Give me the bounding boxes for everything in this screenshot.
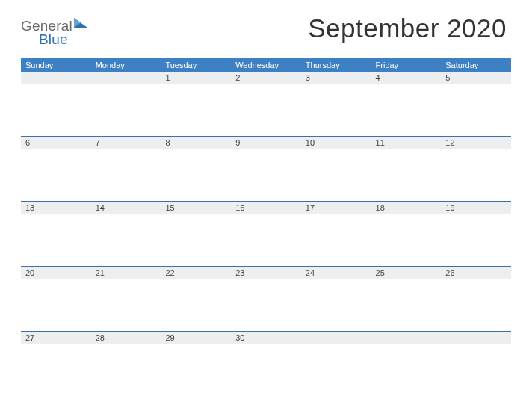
date-cell: 4 — [371, 72, 442, 84]
week-row: 27 28 29 30 — [21, 331, 511, 396]
logo-triangle-icon — [74, 18, 87, 31]
day-header-tuesday: Tuesday — [161, 58, 231, 72]
date-cell: 25 — [371, 267, 442, 279]
date-cell: 13 — [21, 202, 91, 214]
date-cell: 20 — [21, 267, 91, 279]
date-cell: 15 — [161, 202, 231, 214]
date-cell — [441, 332, 511, 344]
date-cell: 3 — [301, 72, 371, 84]
date-cell: 2 — [231, 72, 301, 84]
date-cell: 8 — [161, 137, 231, 149]
date-cell: 27 — [21, 332, 91, 344]
day-header-friday: Friday — [371, 58, 442, 72]
date-cell: 6 — [21, 137, 91, 149]
week-row: 6 7 8 9 10 11 12 — [21, 136, 511, 201]
date-cell: 23 — [231, 267, 301, 279]
calendar: Sunday Monday Tuesday Wednesday Thursday… — [21, 58, 511, 396]
calendar-title: September 2020 — [308, 13, 511, 43]
day-header-sunday: Sunday — [21, 58, 91, 72]
date-cell: 29 — [161, 332, 231, 344]
day-header-saturday: Saturday — [441, 58, 511, 72]
date-cell: 10 — [301, 137, 371, 149]
date-cell: 21 — [91, 267, 161, 279]
date-cell: 30 — [231, 332, 301, 344]
date-cell: 14 — [91, 202, 161, 214]
week-row: 13 14 15 16 17 18 19 — [21, 201, 511, 266]
date-cell: 18 — [371, 202, 442, 214]
week-row: 20 21 22 23 24 25 26 — [21, 266, 511, 331]
date-cell — [21, 72, 91, 84]
date-cell — [301, 332, 371, 344]
date-cell: 22 — [161, 267, 231, 279]
date-cell: 19 — [441, 202, 511, 214]
day-header-row: Sunday Monday Tuesday Wednesday Thursday… — [21, 58, 511, 72]
date-cell: 12 — [441, 137, 511, 149]
date-cell: 11 — [371, 137, 442, 149]
logo-text-blue: Blue — [39, 31, 68, 47]
date-cell: 24 — [301, 267, 371, 279]
date-cell — [91, 72, 161, 84]
weeks: 1 2 3 4 5 6 7 8 9 10 11 12 13 14 — [21, 72, 511, 396]
date-cell: 17 — [301, 202, 371, 214]
date-cell: 28 — [91, 332, 161, 344]
date-cell: 16 — [231, 202, 301, 214]
day-header-monday: Monday — [91, 58, 161, 72]
week-row: 1 2 3 4 5 — [21, 72, 511, 136]
date-cell: 26 — [441, 267, 511, 279]
date-cell: 9 — [231, 137, 301, 149]
date-cell: 5 — [441, 72, 511, 84]
date-cell — [371, 332, 442, 344]
date-cell: 1 — [161, 72, 231, 84]
day-header-wednesday: Wednesday — [231, 58, 301, 72]
date-cell: 7 — [91, 137, 161, 149]
day-header-thursday: Thursday — [301, 58, 371, 72]
